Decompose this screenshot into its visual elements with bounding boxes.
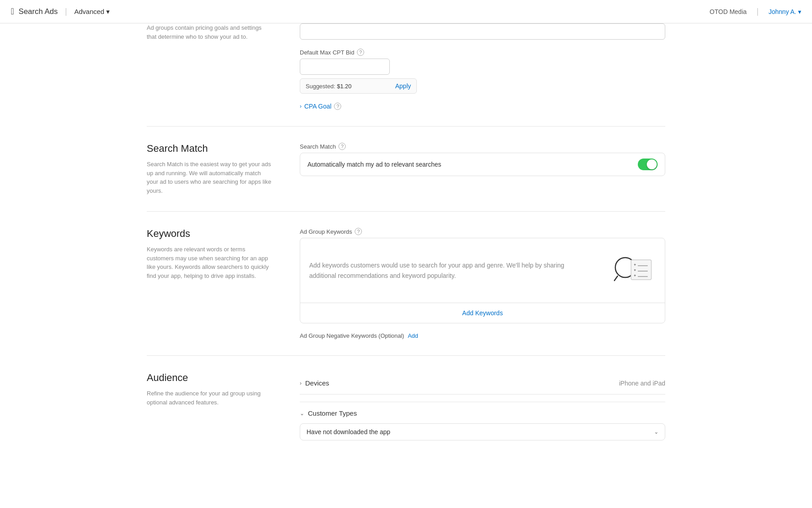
top-section-right: Default Max CPT Bid ? Suggested: $1.20 A… xyxy=(300,23,665,110)
search-match-desc: Search Match is the easiest way to get y… xyxy=(147,160,273,195)
user-menu[interactable]: Johnny A. ▾ xyxy=(769,8,802,15)
app-name: Search Ads xyxy=(18,7,58,16)
header-right-divider: | xyxy=(757,7,759,16)
svg-text:+: + xyxy=(634,273,636,278)
header-left:  Search Ads | Advanced ▾ xyxy=(11,6,110,17)
keywords-section: Keywords Keywords are relevant words or … xyxy=(147,212,665,356)
keywords-empty-description: Add keywords customers would use to sear… xyxy=(309,260,593,281)
devices-row-left: › Devices xyxy=(300,379,329,387)
search-match-toggle[interactable] xyxy=(638,159,658,170)
ad-group-name-input[interactable] xyxy=(300,23,665,40)
neg-keywords-label: Ad Group Negative Keywords (Optional) xyxy=(300,332,404,339)
add-keywords-button[interactable]: Add Keywords xyxy=(462,309,503,317)
keywords-left: Keywords Keywords are relevant words or … xyxy=(147,228,273,339)
ad-groups-desc: Ad groups contain pricing goals and sett… xyxy=(147,23,273,41)
top-partial-section: Ad groups contain pricing goals and sett… xyxy=(147,23,665,127)
cpa-goal-label: CPA Goal xyxy=(304,103,331,110)
customer-types-label: Customer Types xyxy=(308,409,357,417)
cpt-help-icon[interactable]: ? xyxy=(357,49,364,56)
keywords-right: Ad Group Keywords ? Add keywords custome… xyxy=(300,228,665,339)
cpa-help-icon[interactable]: ? xyxy=(334,103,341,110)
search-match-title: Search Match xyxy=(147,143,273,154)
search-match-section: Search Match Search Match is the easiest… xyxy=(147,127,665,212)
audience-desc: Refine the audience for your ad group us… xyxy=(147,389,273,407)
ad-group-name-field xyxy=(300,23,665,40)
audience-left: Audience Refine the audience for your ad… xyxy=(147,372,273,448)
customer-types-dropdown-chevron-icon: ⌄ xyxy=(654,429,659,435)
keywords-illustration: + + + xyxy=(606,252,656,289)
org-name: OTOD Media xyxy=(710,8,747,15)
svg-text:+: + xyxy=(634,263,636,267)
devices-row[interactable]: › Devices iPhone and iPad xyxy=(300,372,665,395)
cpa-chevron-right-icon: › xyxy=(300,103,302,109)
user-name: Johnny A. xyxy=(769,8,797,15)
apple-logo-icon:  xyxy=(11,6,14,17)
cpt-bid-field: Default Max CPT Bid ? Suggested: $1.20 A… xyxy=(300,49,665,94)
keywords-empty-text: Add keywords customers would use to sear… xyxy=(309,260,593,281)
search-match-label-row: Search Match ? xyxy=(300,143,665,150)
user-chevron-icon: ▾ xyxy=(798,8,801,15)
ad-group-keywords-label-row: Ad Group Keywords ? xyxy=(300,228,665,235)
keywords-svg-icon: + + + xyxy=(606,252,656,288)
devices-value: iPhone and iPad xyxy=(619,380,665,387)
ad-group-keywords-label: Ad Group Keywords xyxy=(300,228,352,235)
customer-types-dropdown[interactable]: Have not downloaded the app ⌄ xyxy=(300,423,665,440)
customer-types-section: ⌄ Customer Types Have not downloaded the… xyxy=(300,395,665,448)
cpt-bid-label-row: Default Max CPT Bid ? xyxy=(300,49,665,56)
header:  Search Ads | Advanced ▾ OTOD Media | J… xyxy=(0,0,812,23)
keywords-help-icon[interactable]: ? xyxy=(355,228,362,235)
keywords-title: Keywords xyxy=(147,228,273,240)
cpt-bid-input[interactable] xyxy=(300,59,390,75)
cpa-goal-row[interactable]: › CPA Goal ? xyxy=(300,103,665,110)
top-section-left: Ad groups contain pricing goals and sett… xyxy=(147,23,273,110)
keywords-empty-state: Add keywords customers would use to sear… xyxy=(300,238,665,303)
customer-types-dropdown-value: Have not downloaded the app xyxy=(307,428,390,435)
svg-line-8 xyxy=(614,276,618,281)
audience-right: › Devices iPhone and iPad ⌄ Customer Typ… xyxy=(300,372,665,448)
customer-types-title-row[interactable]: ⌄ Customer Types xyxy=(300,402,665,417)
suggested-label: Suggested: $1.20 xyxy=(306,83,352,90)
search-match-field: Search Match ? Automatically match my ad… xyxy=(300,143,665,176)
main-content: Ad groups contain pricing goals and sett… xyxy=(136,23,676,448)
toggle-knob xyxy=(647,159,657,169)
customer-types-chevron-down-icon: ⌄ xyxy=(300,410,304,417)
header-divider: | xyxy=(65,7,67,16)
search-match-help-icon[interactable]: ? xyxy=(338,143,346,150)
cpt-bid-label: Default Max CPT Bid xyxy=(300,49,354,56)
devices-chevron-right-icon: › xyxy=(300,380,302,386)
neg-keywords-add-link[interactable]: Add xyxy=(408,332,418,339)
search-match-toggle-row: Automatically match my ad to relevant se… xyxy=(300,153,665,176)
negative-keywords-row: Ad Group Negative Keywords (Optional) Ad… xyxy=(300,332,665,339)
suggested-value: $1.20 xyxy=(337,83,352,90)
mode-chevron-icon: ▾ xyxy=(106,8,110,16)
keywords-footer: Add Keywords xyxy=(300,303,665,323)
apply-bid-button[interactable]: Apply xyxy=(395,82,411,90)
devices-label: Devices xyxy=(305,379,329,387)
search-match-right: Search Match ? Automatically match my ad… xyxy=(300,143,665,195)
svg-text:+: + xyxy=(634,268,636,272)
audience-title: Audience xyxy=(147,372,273,384)
keywords-desc: Keywords are relevant words or terms cus… xyxy=(147,245,273,280)
keywords-box: Add keywords customers would use to sear… xyxy=(300,238,665,323)
mode-selector[interactable]: Advanced ▾ xyxy=(74,8,110,16)
search-match-left: Search Match Search Match is the easiest… xyxy=(147,143,273,195)
header-right: OTOD Media | Johnny A. ▾ xyxy=(710,7,801,16)
ad-group-keywords-field: Ad Group Keywords ? Add keywords custome… xyxy=(300,228,665,323)
audience-section: Audience Refine the audience for your ad… xyxy=(147,356,665,448)
mode-label: Advanced xyxy=(74,8,104,15)
suggested-bid-row: Suggested: $1.20 Apply xyxy=(300,78,417,94)
search-match-toggle-label: Automatically match my ad to relevant se… xyxy=(307,161,441,168)
search-match-field-label: Search Match xyxy=(300,143,336,150)
